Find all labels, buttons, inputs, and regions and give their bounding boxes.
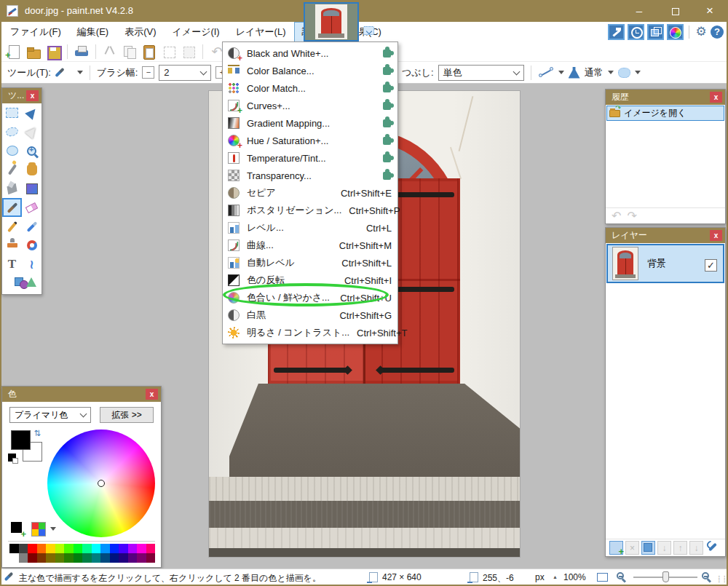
layers-panel-titlebar[interactable]: レイヤー x [606, 228, 725, 243]
menu-item-posterize[interactable]: ポスタリゼーション...Ctrl+Shift+P [223, 202, 397, 219]
close-icon[interactable]: x [710, 230, 722, 241]
crop-button[interactable] [161, 44, 177, 60]
menu-item-hue-saturation-plus[interactable]: Hue / Saturation+... [223, 132, 397, 149]
unit-value[interactable]: px [535, 572, 545, 582]
add-color-button[interactable] [11, 522, 25, 536]
move-selection-tool[interactable] [22, 122, 41, 141]
redo-icon[interactable]: ↷ [627, 209, 636, 223]
reset-colors-icon[interactable] [8, 454, 16, 462]
palette-swatch[interactable] [64, 553, 74, 563]
magic-wand-tool[interactable] [2, 160, 22, 179]
palette-swatch[interactable] [55, 553, 65, 563]
selection-dropdown-arrow[interactable] [635, 71, 641, 74]
resize-grip[interactable]: ⡇⡇ [718, 575, 725, 582]
menu-item-hue-saturation[interactable]: 色合い / 鮮やかさ...Ctrl+Shift+U [223, 289, 397, 306]
palette-swatch[interactable] [19, 553, 28, 563]
menu-image[interactable]: イメージ(I) [165, 23, 227, 41]
zoom-level-value[interactable]: 100% [563, 572, 586, 582]
tool-dropdown-arrow[interactable] [77, 71, 83, 74]
layers-toggle-button[interactable] [647, 24, 664, 40]
palette-swatch[interactable] [119, 553, 128, 563]
menu-file[interactable]: ファイル(F) [3, 23, 68, 41]
palette-swatch[interactable] [82, 544, 92, 553]
help-icon[interactable]: ? [711, 25, 724, 39]
colors-panel-titlebar[interactable]: 色 x [2, 387, 161, 402]
spline-dropdown-arrow[interactable] [558, 71, 564, 74]
delete-layer-button[interactable]: × [625, 541, 639, 555]
palette-swatch[interactable] [128, 544, 138, 553]
layer-row-background[interactable]: 背景 ✓ [606, 244, 724, 283]
move-layer-down-button[interactable]: ↓ [689, 541, 703, 555]
pan-tool[interactable] [22, 160, 41, 179]
palette-swatch[interactable] [37, 553, 47, 563]
close-icon[interactable]: x [146, 389, 158, 400]
rectangle-select-tool[interactable] [2, 103, 22, 122]
blend-mode-icon[interactable] [569, 67, 580, 79]
menu-item-curves[interactable]: 曲線...Ctrl+Shift+M [223, 237, 397, 254]
palette-swatch[interactable] [28, 553, 37, 563]
add-layer-button[interactable] [609, 541, 623, 555]
zoom-slider[interactable] [633, 577, 697, 578]
menu-item-auto-levels[interactable]: 自動レベルCtrl+Shift+L [223, 254, 397, 272]
history-toggle-button[interactable] [628, 24, 644, 40]
palette-swatch[interactable] [146, 544, 156, 553]
brush-width-combo[interactable]: 2 [159, 65, 211, 81]
menu-item-sepia[interactable]: セピアCtrl+Shift+E [223, 184, 397, 202]
menu-item-levels[interactable]: レベル...Ctrl+L [223, 219, 397, 237]
menu-layers[interactable]: レイヤー(L) [229, 23, 293, 41]
palette-button[interactable] [31, 522, 46, 536]
ellipse-select-tool[interactable] [2, 141, 22, 160]
settings-gear-icon[interactable]: ⚙ [695, 25, 708, 39]
palette-swatch[interactable] [128, 553, 138, 563]
selection-quality-icon[interactable] [618, 68, 630, 78]
palette-swatch[interactable] [137, 553, 146, 563]
undo-icon[interactable]: ↶ [612, 209, 621, 223]
palette-swatch[interactable] [110, 553, 119, 563]
tools-toggle-button[interactable] [608, 24, 625, 40]
palette-dropdown-arrow[interactable] [50, 527, 56, 531]
palette-swatch[interactable] [92, 553, 101, 563]
paintbrush-tool[interactable] [2, 198, 22, 217]
palette-swatch[interactable] [110, 544, 119, 553]
zoom-tool[interactable] [22, 141, 41, 160]
colors-toggle-button[interactable] [667, 24, 684, 40]
move-selected-pixels-tool[interactable] [22, 103, 41, 122]
palette-swatch[interactable] [100, 553, 110, 563]
recolor-tool[interactable] [22, 236, 41, 255]
shapes-tool[interactable] [12, 274, 32, 293]
menu-item-color-match[interactable]: Color Match... [223, 79, 397, 97]
duplicate-layer-button[interactable] [641, 541, 655, 555]
paste-button[interactable] [141, 44, 157, 60]
new-file-button[interactable] [6, 44, 22, 60]
brush-width-decrease-button[interactable]: − [142, 66, 154, 79]
menu-item-transparency[interactable]: Transparency... [223, 167, 397, 184]
layer-visibility-checkbox[interactable]: ✓ [705, 259, 717, 272]
menu-item-brightness-contrast[interactable]: 明るさ / コントラスト...Ctrl+Shift+T [223, 324, 397, 341]
menu-item-black-and-white[interactable]: 白黒Ctrl+Shift+G [223, 306, 397, 324]
unit-spinner-icon[interactable]: ▲ [553, 574, 558, 579]
line-curve-tool[interactable] [22, 255, 41, 274]
print-button[interactable] [74, 44, 90, 60]
color-mode-select[interactable]: プライマリ色 [9, 407, 91, 423]
paint-bucket-tool[interactable] [2, 179, 22, 198]
palette-swatch[interactable] [46, 553, 55, 563]
palette-swatch[interactable] [137, 544, 146, 553]
cut-button[interactable] [102, 44, 118, 60]
copy-button[interactable] [122, 44, 138, 60]
minimize-button[interactable]: – [622, 0, 656, 22]
menu-edit[interactable]: 編集(E) [70, 23, 116, 41]
clone-stamp-tool[interactable] [2, 236, 22, 255]
expand-button[interactable]: 拡張 >> [100, 407, 154, 423]
close-button[interactable]: × [693, 0, 727, 22]
pencil-tool[interactable] [2, 217, 22, 236]
current-tool-button[interactable] [55, 65, 73, 81]
history-item[interactable]: イメージを開く [606, 106, 724, 121]
palette-swatch[interactable] [19, 544, 28, 553]
spline-mode-icon[interactable] [538, 66, 554, 79]
menu-item-color-balance[interactable]: Color Balance... [223, 62, 397, 79]
close-icon[interactable]: x [710, 92, 722, 103]
palette-swatch[interactable] [9, 544, 19, 553]
palette-swatch[interactable] [9, 553, 19, 563]
menu-view[interactable]: 表示(V) [117, 23, 163, 41]
fill-style-combo[interactable]: 単色 [438, 65, 524, 81]
